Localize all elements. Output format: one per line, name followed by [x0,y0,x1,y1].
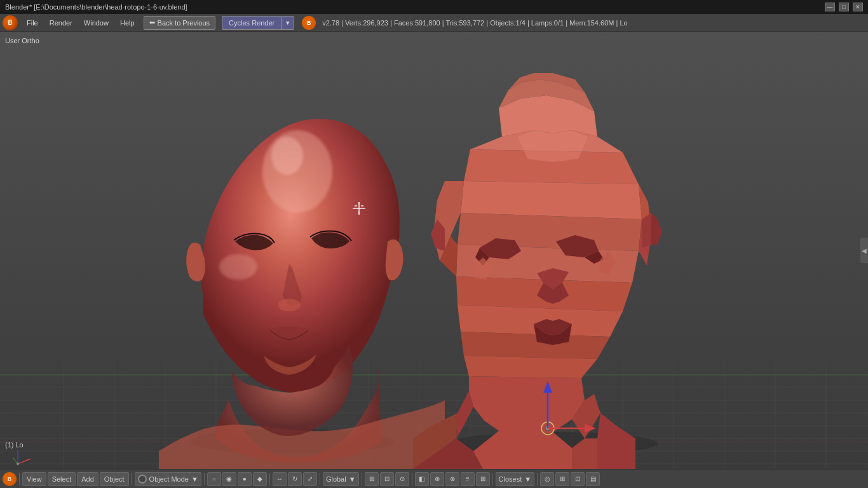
maximize-button[interactable]: □ [839,3,849,11]
titlebar-title: Blender* [E:\Documents\blender\head-roto… [5,3,187,11]
proportional-edit[interactable]: ⊙ [395,472,409,486]
rendered-button[interactable]: ◆ [253,472,267,486]
menu-help[interactable]: Help [115,16,140,30]
tools-group: ◧ ⊕ ⊗ ≡ ⊞ [415,472,490,486]
collapse-panel-button[interactable]: ◀ [860,238,868,263]
back-to-previous-button[interactable]: ⬅ Back to Previous [144,16,216,30]
right-tool-3[interactable]: ⊡ [571,472,585,486]
right-tool-4[interactable]: ▤ [586,472,600,486]
separator-7 [412,473,412,485]
back-label: Back to Previous [158,19,210,27]
separator-4 [269,473,270,485]
add-menu[interactable]: Add [77,472,98,486]
status-info: v2.78 | Verts:296,923 | Faces:591,800 | … [317,19,865,27]
tool-5[interactable]: ⊞ [476,472,490,486]
blender-logo: B [3,15,18,30]
rotate-button[interactable]: ↻ [288,472,302,486]
back-icon: ⬅ [149,18,155,27]
svg-marker-47 [464,356,597,378]
closest-dropdown-icon: ▼ [524,475,531,483]
minimize-button[interactable]: — [825,3,835,11]
titlebar: Blender* [E:\Documents\blender\head-roto… [0,0,868,14]
separator-3 [204,473,205,485]
scale-button[interactable]: ⤢ [303,472,317,486]
separator-1 [19,473,20,485]
menu-render[interactable]: Render [44,16,78,30]
right-tool-2[interactable]: ⊞ [555,472,569,486]
global-selector[interactable]: Global ▼ [323,472,359,486]
closest-selector[interactable]: Closest ▼ [496,472,535,486]
svg-marker-77 [518,130,588,162]
render-button-group: Cycles Render ▼ [222,16,294,30]
menu-file[interactable]: File [22,16,43,30]
menu-window[interactable]: Window [79,16,114,30]
select-menu[interactable]: Select [48,472,76,486]
tool-2[interactable]: ⊕ [430,472,444,486]
blender-icon: B [302,16,316,30]
menubar: B File Render Window Help ⬅ Back to Prev… [0,14,868,32]
mode-icon [138,475,147,484]
wireframe-button[interactable]: ○ [207,472,221,486]
right-tool-1[interactable]: ◎ [540,472,554,486]
snap-options[interactable]: ⊡ [380,472,394,486]
svg-point-87 [17,463,19,465]
mode-dropdown-icon: ▼ [191,475,198,483]
translate-button[interactable]: ↔ [273,472,287,486]
close-button[interactable]: ✕ [853,3,863,11]
window-controls: — □ ✕ [825,3,863,11]
bottom-toolbar: B View Select Add Object Object Mode ▼ ○… [0,469,868,488]
solid-button[interactable]: ◉ [222,472,236,486]
svg-point-29 [271,137,303,175]
separator-8 [492,473,493,485]
global-dropdown-icon: ▼ [349,475,356,483]
lo-label: (1) Lo [5,441,24,449]
object-mode-selector[interactable]: Object Mode ▼ [135,472,201,486]
svg-point-30 [219,254,257,280]
snap-toggle[interactable]: ⊞ [365,472,379,486]
bottom-blender-logo: B [3,472,17,486]
closest-label: Closest [499,475,522,483]
tool-4[interactable]: ≡ [461,472,475,486]
tool-3[interactable]: ⊗ [445,472,459,486]
viewport-label: User Ortho [5,37,39,44]
svg-rect-0 [0,32,868,469]
separator-5 [320,473,320,485]
cycles-render-button[interactable]: Cycles Render [222,16,281,30]
tool-1[interactable]: ◧ [415,472,429,486]
svg-point-31 [278,299,301,311]
view-menu[interactable]: View [22,472,46,486]
separator-6 [362,473,362,485]
mode-label: Object Mode [149,475,189,483]
separator-2 [132,473,132,485]
right-tools-group: ◎ ⊞ ⊡ ▤ [540,472,600,486]
material-button[interactable]: ● [238,472,252,486]
transform-group: ↔ ↻ ⤢ [273,472,317,486]
global-label: Global [326,475,346,483]
snap-group: ⊞ ⊡ ⊙ [365,472,409,486]
render-dropdown[interactable]: ▼ [281,16,294,30]
object-menu[interactable]: Object [100,472,129,486]
viewport-3d[interactable]: User Ortho ◀ (1) Lo [0,32,868,469]
shading-group: ○ ◉ ● ◆ [207,472,267,486]
svg-marker-41 [461,181,642,219]
separator-9 [537,473,538,485]
viewport-background [0,32,868,469]
